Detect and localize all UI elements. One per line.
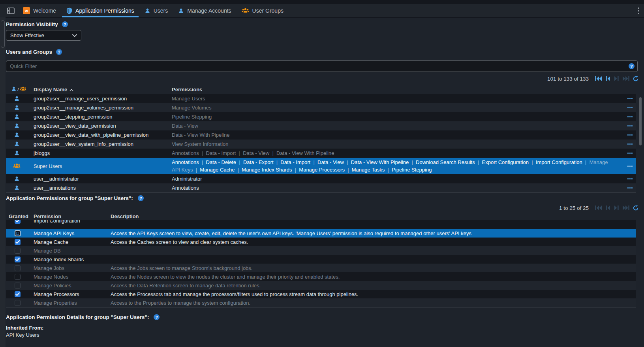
permission-description: Access the Data Retention screen to mana… [111,283,636,289]
page-last-button[interactable] [622,76,630,81]
user-row[interactable]: user__annotationsAnnotations [6,183,636,192]
vertical-scrollbar[interactable] [639,97,642,145]
permission-item: Manage Tasks [352,167,385,173]
svg-text:∞: ∞ [24,8,28,13]
permission-description: Access the Processors tab and manage the… [111,291,636,297]
permission-row[interactable]: Manage Index Shards [6,255,636,264]
user-row[interactable]: jbloggsAnnotations | Data - Import | Dat… [6,149,636,158]
permission-row-content: Manage NodesAccess the Nodes screen to v… [6,272,636,281]
row-actions-button[interactable] [619,143,636,145]
refresh-button[interactable] [633,76,639,82]
page-last-button[interactable] [622,205,630,211]
user-row[interactable]: group2user__view_system_info_permissionV… [6,140,636,149]
permissions-rows: Import ConfigurationManage API KeysAcces… [6,220,636,307]
row-actions-button[interactable] [619,125,636,126]
row-actions-button[interactable] [619,166,636,167]
tab-welcome[interactable]: ∞ Welcome [18,4,61,17]
help-icon[interactable]: ? [56,49,62,55]
permission-details-title-text: Application Permission Details for group… [6,314,149,320]
tabs-container: ∞ Welcome Application Permissions Users … [18,4,289,17]
collapse-panel-icon[interactable] [7,7,15,15]
permission-row-content: Manage ProcessorsAccess the Processors t… [6,290,636,298]
page-next-button[interactable] [614,205,620,211]
page-next-button[interactable] [614,76,620,81]
tab-users[interactable]: Users [139,4,173,17]
permission-row[interactable]: Manage PoliciesAccess the Data Retention… [6,281,636,290]
user-row[interactable]: group2user__manage_volumes_permissionMan… [6,103,636,112]
permissions-list: Data - View With Pipeline [172,130,619,140]
display-name: group2user__manage_users_permission [34,96,172,102]
permission-row[interactable]: Import Configuration [6,220,636,229]
permission-row[interactable]: Manage CacheAccess the Caches screen to … [6,238,636,246]
row-actions-button[interactable] [619,153,636,154]
permission-details-section: Application Permission Details for group… [6,312,644,338]
granted-cell [6,291,34,297]
collapsed-explorer-strip[interactable] [0,17,6,347]
permission-item: Pipeline Stepping [392,167,432,173]
granted-checkbox[interactable] [15,239,21,245]
permission-item: Manage Index Shards [242,167,292,173]
row-actions-button[interactable] [619,98,636,99]
ellipsis-icon [627,153,633,154]
kebab-menu-icon[interactable] [638,8,639,14]
row-actions-button[interactable] [619,178,636,179]
row-actions-button[interactable] [619,187,636,189]
quick-filter-input[interactable] [6,60,638,72]
user-row[interactable]: group2user__view_data_permissionData - V… [6,121,636,130]
page-prev-button[interactable] [605,205,611,211]
permissions-list: Annotations | Data - Import | Data - Vie… [172,149,619,158]
users-pagination: 101 to 133 of 133 [6,74,639,83]
permission-row[interactable]: Manage DB [6,246,636,255]
permission-row-content: Manage PropertiesAccess to the Propertie… [6,298,636,307]
page-first-button[interactable] [595,205,602,211]
permission-row[interactable]: Manage ProcessorsAccess the Processors t… [6,290,636,298]
user-row[interactable]: user__administratorAdministrator [6,174,636,183]
granted-checkbox[interactable] [15,283,21,289]
separator: | [529,159,536,165]
granted-checkbox[interactable] [15,248,21,254]
tab-manage-accounts[interactable]: Manage Accounts [173,4,236,17]
tab-application-permissions[interactable]: Application Permissions [61,4,139,17]
row-actions-button[interactable] [619,134,636,136]
granted-checkbox[interactable] [15,300,21,306]
permission-name: Manage DB [34,248,111,254]
permission-row[interactable]: Manage JobsAccess the Jobs screen to man… [6,264,636,272]
granted-checkbox[interactable] [15,256,21,262]
permission-row[interactable]: Manage API KeysAccess the API Keys scree… [6,229,636,238]
user-row[interactable]: group2user__stepping_permissionPipeline … [6,112,636,121]
row-actions-button[interactable] [619,107,636,108]
permissions-column-header: Permissions [172,87,619,92]
granted-checkbox[interactable] [15,220,21,224]
help-icon[interactable]: ? [154,314,160,320]
page-first-button[interactable] [595,76,602,81]
permission-row[interactable]: Manage NodesAccess the Nodes screen to v… [6,272,636,281]
user-row[interactable]: group2user__manage_users_permissionManag… [6,94,636,103]
granted-checkbox[interactable] [15,291,21,297]
permission-item: Manage Users [172,96,205,102]
help-icon[interactable]: ? [629,63,635,69]
explorer-handle[interactable] [1,20,5,48]
user-icon [178,8,184,14]
row-actions-button[interactable] [619,116,636,117]
display-name-column-header[interactable]: Display Name [34,87,172,92]
user-row[interactable]: group2user__view_data_with_pipeline_perm… [6,130,636,140]
granted-checkbox[interactable] [15,265,21,271]
permission-name: Manage Policies [34,283,111,289]
permissions-list: Administrator [172,174,619,183]
help-icon[interactable]: ? [62,21,68,27]
display-name: Super Users [34,163,172,169]
user-row[interactable]: Super UsersAnnotations | Data - Delete |… [6,158,636,174]
permission-visibility-select[interactable]: Show Effective [6,30,81,41]
page-prev-button[interactable] [605,76,611,81]
tab-user-groups[interactable]: User Groups [237,4,289,17]
permission-item: Annotations [172,150,199,156]
help-icon[interactable]: ? [138,195,144,201]
permission-row[interactable]: Manage PropertiesAccess to the Propertie… [6,298,636,307]
refresh-button[interactable] [633,205,639,211]
permission-name: Manage Jobs [34,265,111,271]
granted-checkbox[interactable] [15,274,21,280]
granted-checkbox[interactable] [15,230,21,236]
permission-visibility-label: Permission Visibility ? [6,18,644,27]
separator: | [344,159,351,165]
permission-item: Data - Import [280,159,310,165]
